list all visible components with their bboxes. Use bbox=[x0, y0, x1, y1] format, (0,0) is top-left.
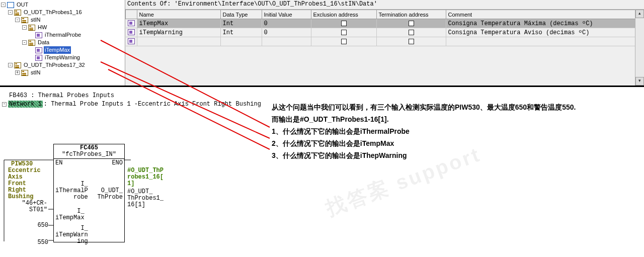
var-icon bbox=[128, 20, 135, 26]
cell-excl[interactable] bbox=[311, 28, 376, 37]
ext-650: 650 bbox=[33, 222, 48, 229]
scroll-track[interactable] bbox=[635, 18, 644, 77]
tree-label: stIN bbox=[30, 16, 42, 24]
cell-init[interactable]: 0 bbox=[262, 28, 311, 37]
tree-label-selected: iTempMax bbox=[44, 46, 71, 54]
cell-term[interactable] bbox=[376, 19, 446, 28]
checkbox[interactable] bbox=[409, 39, 414, 44]
cell-type[interactable]: Int bbox=[220, 28, 262, 37]
data-pane: Contents Of: 'Environment\Interface\OUT\… bbox=[125, 0, 644, 85]
var-icon bbox=[128, 38, 135, 44]
fc-name: "fcThProbes_IN" bbox=[54, 151, 124, 158]
top-pane: -OUT -O_UDT_ThProbes1_16 -stIN -HW iTher… bbox=[0, 0, 644, 87]
col-icon[interactable] bbox=[126, 10, 137, 19]
collapse-icon[interactable]: - bbox=[1, 3, 6, 7]
tree-label: O_UDT_ThProbes1_16 bbox=[23, 9, 83, 16]
col-term[interactable]: Termination address bbox=[376, 10, 446, 19]
pin-eno: ENO bbox=[112, 160, 123, 166]
ext-oudt-sym: #O_UDT_ThP robes1_16[ 1] bbox=[127, 167, 164, 187]
scroll-down-button[interactable]: ▾ bbox=[635, 77, 644, 85]
tree-node[interactable]: -stIN bbox=[1, 16, 125, 24]
tree-node[interactable]: -HW bbox=[1, 24, 125, 31]
table-row[interactable] bbox=[126, 37, 644, 46]
table-row[interactable]: iTempMax Int 0 Consigna Temperatura Máxi… bbox=[126, 19, 644, 28]
tree-node[interactable]: +stIN bbox=[1, 69, 125, 76]
struct-icon bbox=[28, 40, 35, 46]
network-label[interactable]: Network 1 bbox=[8, 101, 43, 108]
scroll-up-button[interactable]: ▴ bbox=[635, 10, 644, 18]
cell-name[interactable]: iTempMax bbox=[137, 19, 220, 28]
tree-label: HW bbox=[37, 24, 48, 31]
struct-icon bbox=[21, 70, 28, 76]
tree-node-ithermalprobe[interactable]: iThermalProbe bbox=[1, 31, 125, 39]
tree-node-itempwarning[interactable]: iTempWarning bbox=[1, 54, 125, 61]
editor-pane: 找答案 support FB463 : Thermal Probes Input… bbox=[0, 87, 644, 257]
anno-line: 3、什么情况下它的输出会是iThepWarning bbox=[272, 149, 576, 161]
path-bar: Contents Of: 'Environment\Interface\OUT\… bbox=[125, 0, 644, 10]
fc-header: FC465 "fcThProbes_IN" bbox=[54, 144, 124, 159]
anno-line: 而输出是#O_UDT_ThProbes1-16[1]. bbox=[272, 113, 576, 125]
variable-tree[interactable]: -OUT -O_UDT_ThProbes1_16 -stIN -HW iTher… bbox=[0, 0, 125, 76]
fb-title: FB463 : Thermal Probes Inputs bbox=[0, 87, 644, 100]
pin-ithermalprobe: I_ iThermalP robe bbox=[55, 181, 88, 201]
pin-en: EN bbox=[55, 160, 62, 166]
tree-node[interactable]: -Data bbox=[1, 39, 125, 46]
collapse-icon[interactable]: - bbox=[8, 10, 13, 15]
struct-icon bbox=[14, 10, 21, 16]
tree-label: O_UDT_ThProbes17_32 bbox=[23, 61, 86, 69]
collapse-icon[interactable]: - bbox=[22, 25, 27, 30]
var-icon bbox=[128, 29, 135, 35]
cell-type[interactable]: Int bbox=[220, 19, 262, 28]
cell-term[interactable] bbox=[376, 28, 446, 37]
cell-excl[interactable] bbox=[311, 19, 376, 28]
tree-node[interactable]: -O_UDT_ThProbes17_32 bbox=[1, 61, 125, 69]
annotation-text: 从这个问题当中我们可以看到，有三个输入检测实际温度的PIW530、最大温度650… bbox=[272, 101, 576, 161]
var-icon bbox=[35, 32, 42, 38]
pin-itempwarning: I_ iTempWarn ing bbox=[55, 225, 88, 245]
cell-name[interactable]: iTempWarning bbox=[137, 28, 220, 37]
table-row[interactable]: iTempWarning Int 0 Consigna Temperatura … bbox=[126, 28, 644, 37]
tree-node[interactable]: -O_UDT_ThProbes1_16 bbox=[1, 9, 125, 16]
ext-oudt-val: #O_UDT_ ThProbes1_ 16[1] bbox=[127, 189, 164, 208]
var-icon bbox=[35, 47, 42, 53]
var-icon bbox=[35, 55, 42, 61]
expand-icon[interactable]: + bbox=[15, 70, 20, 75]
folder-icon bbox=[7, 2, 14, 8]
tree-label: OUT bbox=[16, 1, 29, 9]
struct-icon bbox=[14, 62, 21, 68]
tree-node-itempmax[interactable]: iTempMax bbox=[1, 46, 125, 54]
collapse-icon[interactable]: - bbox=[8, 63, 13, 67]
tree-node-out[interactable]: -OUT bbox=[1, 1, 125, 9]
checkbox[interactable] bbox=[409, 21, 414, 26]
col-excl[interactable]: Exclusion address bbox=[311, 10, 376, 19]
cell-comment[interactable]: Consigna Temperatura Máxima (decimas ºC) bbox=[446, 19, 644, 28]
table-header-row: Name Data Type Initial Value Exclusion a… bbox=[126, 10, 644, 19]
col-comment[interactable]: Comment bbox=[446, 10, 644, 19]
ext-550: 550 bbox=[33, 239, 48, 246]
tree-pane: -OUT -O_UDT_ThProbes1_16 -stIN -HW iTher… bbox=[0, 0, 125, 85]
collapse-icon[interactable]: - bbox=[22, 40, 27, 45]
collapse-icon[interactable]: - bbox=[15, 18, 20, 22]
vertical-scrollbar[interactable]: ▴ ▾ bbox=[635, 10, 644, 85]
checkbox[interactable] bbox=[341, 30, 347, 35]
tree-label: Data bbox=[37, 39, 50, 46]
col-init[interactable]: Initial Value bbox=[262, 10, 311, 19]
tree-label: stIN bbox=[30, 69, 42, 76]
fc-block[interactable]: FC465 "fcThProbes_IN" EN ENO I_ iThermal… bbox=[53, 144, 125, 242]
cell-comment[interactable]: Consigna Temperatura Aviso (decimas ºC) bbox=[446, 28, 644, 37]
tree-label: iThermalProbe bbox=[44, 31, 82, 39]
col-name[interactable]: Name bbox=[137, 10, 220, 19]
cell-init[interactable]: 0 bbox=[262, 19, 311, 28]
col-type[interactable]: Data Type bbox=[220, 10, 262, 19]
checkbox[interactable] bbox=[341, 39, 347, 44]
anno-line: 2、什么情况下它的输出会是iTempMax bbox=[272, 137, 576, 149]
struct-icon bbox=[21, 17, 28, 23]
checkbox[interactable] bbox=[409, 30, 414, 35]
collapse-icon[interactable]: - bbox=[2, 102, 7, 107]
struct-icon bbox=[28, 25, 35, 31]
tree-label: iTempWarning bbox=[44, 54, 81, 61]
pin-itempmax: I_ iTempMax bbox=[55, 208, 85, 221]
data-table[interactable]: Name Data Type Initial Value Exclusion a… bbox=[125, 10, 644, 46]
data-grid[interactable]: Name Data Type Initial Value Exclusion a… bbox=[125, 10, 644, 85]
checkbox[interactable] bbox=[341, 21, 347, 26]
